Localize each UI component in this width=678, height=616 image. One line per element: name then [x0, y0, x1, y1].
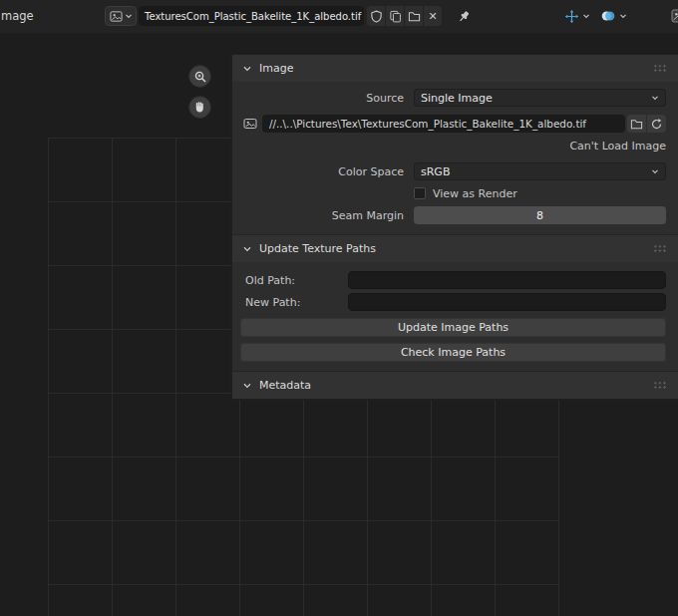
image-file-icon [240, 117, 260, 131]
check-image-paths-button[interactable]: Check Image Paths [240, 343, 666, 362]
header-right-controls [561, 6, 678, 26]
panel-section-image: Image Source Single Image [232, 55, 678, 235]
seam-margin-value: 8 [536, 209, 543, 222]
close-icon: ✕ [428, 11, 437, 22]
old-path-row: Old Path: [240, 271, 666, 289]
seam-margin-field[interactable]: 8 [414, 206, 666, 224]
chevron-down-icon [619, 12, 627, 20]
pin-button[interactable] [456, 9, 472, 25]
colorspace-row: Color Space sRGB [240, 162, 666, 180]
source-value: Single Image [421, 92, 493, 105]
zoom-button[interactable] [188, 65, 211, 88]
folder-icon [408, 10, 421, 23]
browse-file-button[interactable] [627, 115, 646, 133]
view-as-render-checkbox[interactable] [414, 187, 426, 199]
panel-drag-handle[interactable] [653, 244, 667, 253]
panel-body-update-paths: Old Path: New Path: Update Image Paths C… [232, 262, 678, 371]
chevron-down-icon [651, 167, 659, 175]
zoom-in-icon [193, 70, 207, 84]
panel-drag-handle[interactable] [653, 64, 667, 73]
new-path-row: New Path: [240, 293, 666, 311]
load-error-text: Can't Load Image [240, 140, 666, 153]
gizmo-dropdown-button[interactable] [561, 6, 593, 26]
fake-user-button[interactable] [367, 6, 385, 26]
colorspace-label: Color Space [240, 165, 414, 178]
view-as-render-label: View as Render [433, 187, 517, 200]
chevron-down-icon [125, 12, 133, 20]
overlays-icon [600, 8, 616, 24]
seam-margin-row: Seam Margin 8 [240, 206, 666, 224]
source-row: Source Single Image [240, 89, 666, 107]
editor-header: mage TexturesCom_Plastic_Bakelite_1K_alb… [0, 0, 678, 34]
pan-button[interactable] [188, 96, 211, 119]
image-editor-canvas: Image Source Single Image [0, 33, 678, 616]
load-error-row: Can't Load Image [240, 137, 666, 154]
gizmo-icon [564, 9, 579, 24]
duplicate-icon [389, 10, 402, 23]
blender-image-editor: mage TexturesCom_Plastic_Bakelite_1K_alb… [0, 0, 678, 616]
shield-icon [370, 10, 383, 23]
old-path-label: Old Path: [240, 274, 348, 287]
panel-section-metadata: Metadata [232, 372, 678, 399]
image-name-field[interactable]: TexturesCom_Plastic_Bakelite_1K_albedo.t… [139, 6, 364, 26]
chevron-down-icon [242, 381, 252, 391]
image-browse-button[interactable] [105, 6, 137, 26]
chevron-down-icon [242, 64, 252, 74]
seam-margin-label: Seam Margin [240, 209, 414, 222]
sidebar-panel: Image Source Single Image [231, 55, 678, 399]
filepath-row: //..\..\Pictures\Tex\TexturesCom_Plastic… [240, 115, 666, 133]
pin-icon [457, 10, 471, 24]
colorspace-dropdown[interactable]: sRGB [414, 162, 666, 180]
panel-section-update-paths: Update Texture Paths Old Path: New Path:… [232, 235, 678, 372]
refresh-icon [650, 118, 663, 131]
overlays-dropdown-button[interactable] [597, 6, 630, 26]
folder-icon [630, 118, 643, 131]
update-image-paths-button[interactable]: Update Image Paths [240, 318, 666, 337]
panel-header-update-paths[interactable]: Update Texture Paths [232, 235, 678, 262]
open-image-button[interactable] [405, 6, 423, 26]
panel-title: Update Texture Paths [259, 242, 376, 255]
image-icon [671, 8, 678, 24]
view-as-render-row: View as Render [240, 184, 666, 202]
chevron-down-icon [242, 244, 252, 254]
unlink-image-button[interactable]: ✕ [424, 6, 442, 26]
panel-title: Image [259, 62, 293, 75]
editor-type-label[interactable]: mage [1, 9, 34, 23]
old-path-input[interactable] [348, 271, 666, 289]
filepath-field[interactable]: //..\..\Pictures\Tex\TexturesCom_Plastic… [262, 115, 625, 133]
panel-title: Metadata [259, 379, 311, 392]
panel-header-image[interactable]: Image [232, 55, 678, 82]
source-dropdown[interactable]: Single Image [414, 89, 666, 107]
new-path-input[interactable] [348, 293, 666, 311]
render-slot-button[interactable] [668, 6, 678, 26]
hand-icon [193, 101, 206, 114]
panel-drag-handle[interactable] [653, 381, 667, 390]
chevron-down-icon [651, 94, 659, 102]
source-label: Source [240, 92, 414, 105]
colorspace-value: sRGB [421, 165, 450, 178]
panel-body-image: Source Single Image //..\..\Pictures\T [232, 82, 678, 234]
new-path-label: New Path: [240, 296, 348, 309]
reload-image-button[interactable] [647, 115, 666, 133]
panel-header-metadata[interactable]: Metadata [232, 372, 678, 399]
new-image-button[interactable] [386, 6, 404, 26]
image-datablock-group: TexturesCom_Plastic_Bakelite_1K_albedo.t… [105, 6, 442, 26]
chevron-down-icon [582, 12, 590, 20]
image-icon [110, 10, 123, 23]
